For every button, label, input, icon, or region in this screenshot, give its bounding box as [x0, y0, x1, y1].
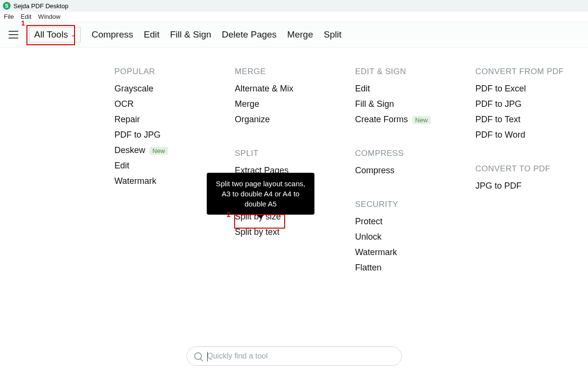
col-edit-compress-security: EDIT & SIGN Edit Fill & Sign Create Form…: [355, 67, 468, 273]
all-tools-label: All Tools: [34, 29, 68, 40]
header-convert-from: CONVERT FROM PDF: [475, 67, 588, 77]
tool-watermark2[interactable]: Watermark: [355, 247, 468, 257]
tool-pdf-to-jpg2[interactable]: PDF to JPG: [475, 99, 588, 109]
text-cursor: [207, 352, 208, 361]
tooltip-split-in-half: Split two page layout scans, A3 to doubl…: [207, 173, 314, 215]
tool-unlock[interactable]: Unlock: [355, 232, 468, 242]
toolbar-merge[interactable]: Merge: [287, 29, 313, 40]
header-convert-to: CONVERT TO PDF: [475, 164, 588, 174]
search-wrap: [187, 346, 402, 366]
chevron-down-icon: ⌄: [71, 31, 75, 38]
header-compress: COMPRESS: [355, 149, 468, 158]
tool-compress[interactable]: Compress: [355, 166, 468, 176]
search-input[interactable]: [187, 346, 402, 366]
tool-alternate-mix[interactable]: Alternate & Mix: [235, 84, 347, 94]
tool-grayscale[interactable]: Grayscale: [114, 84, 227, 94]
tool-create-forms[interactable]: Create Forms New: [355, 115, 468, 125]
col-popular: POPULAR Grayscale OCR Repair PDF to JPG …: [114, 67, 227, 273]
tool-create-forms-label: Create Forms: [355, 115, 408, 124]
tool-pdf-to-word[interactable]: PDF to Word: [475, 130, 588, 140]
tool-organize[interactable]: Organize: [235, 115, 347, 125]
tool-flatten[interactable]: Flatten: [355, 263, 468, 273]
header-merge: MERGE: [235, 67, 347, 77]
tool-deskew-label: Deskew: [114, 145, 145, 155]
toolbar-delete-pages[interactable]: Delete Pages: [222, 29, 276, 40]
toolbar-fill-sign[interactable]: Fill & Sign: [170, 29, 212, 40]
tool-deskew[interactable]: Deskew New: [114, 145, 227, 155]
tool-protect[interactable]: Protect: [355, 217, 468, 227]
tool-edit2[interactable]: Edit: [355, 84, 468, 94]
header-popular: POPULAR: [114, 67, 227, 77]
search-icon: [194, 352, 202, 360]
app-logo-icon: S: [3, 2, 11, 10]
tool-edit[interactable]: Edit: [114, 161, 227, 171]
tool-pdf-to-text[interactable]: PDF to Text: [475, 115, 588, 125]
tool-ocr[interactable]: OCR: [114, 99, 227, 109]
col-merge-split: MERGE Alternate & Mix Merge Organize SPL…: [235, 67, 347, 273]
menu-window[interactable]: Window: [38, 13, 60, 20]
toolbar-split[interactable]: Split: [324, 29, 341, 40]
tool-repair[interactable]: Repair: [114, 115, 227, 125]
header-split: SPLIT: [235, 149, 347, 158]
col-convert: CONVERT FROM PDF PDF to Excel PDF to JPG…: [475, 67, 588, 273]
app-title: Sejda PDF Desktop: [13, 2, 68, 10]
header-security: SECURITY: [355, 200, 468, 209]
badge-new-2: New: [413, 116, 431, 124]
header-edit-sign: EDIT & SIGN: [355, 67, 468, 77]
tool-pdf-to-excel[interactable]: PDF to Excel: [475, 84, 588, 94]
toolbar: All Tools ⌄ Compress Edit Fill & Sign De…: [0, 22, 588, 48]
badge-new: New: [150, 147, 168, 155]
all-tools-dropdown[interactable]: All Tools ⌄: [29, 27, 81, 42]
menu-edit[interactable]: Edit: [21, 13, 31, 20]
toolbar-compress[interactable]: Compress: [91, 29, 133, 40]
tool-fill-sign[interactable]: Fill & Sign: [355, 99, 468, 109]
menubar: File Edit Window: [0, 12, 588, 22]
titlebar: S Sejda PDF Desktop: [0, 0, 588, 12]
tools-grid: POPULAR Grayscale OCR Repair PDF to JPG …: [0, 48, 588, 273]
toolbar-edit[interactable]: Edit: [144, 29, 160, 40]
tool-split-by-text[interactable]: Split by text: [235, 227, 347, 237]
hamburger-icon[interactable]: [9, 31, 18, 38]
menu-file[interactable]: File: [4, 13, 14, 20]
tool-jpg-to-pdf[interactable]: JPG to PDF: [475, 181, 588, 191]
tool-merge[interactable]: Merge: [235, 99, 347, 109]
tool-pdf-to-jpg[interactable]: PDF to JPG: [114, 130, 227, 140]
